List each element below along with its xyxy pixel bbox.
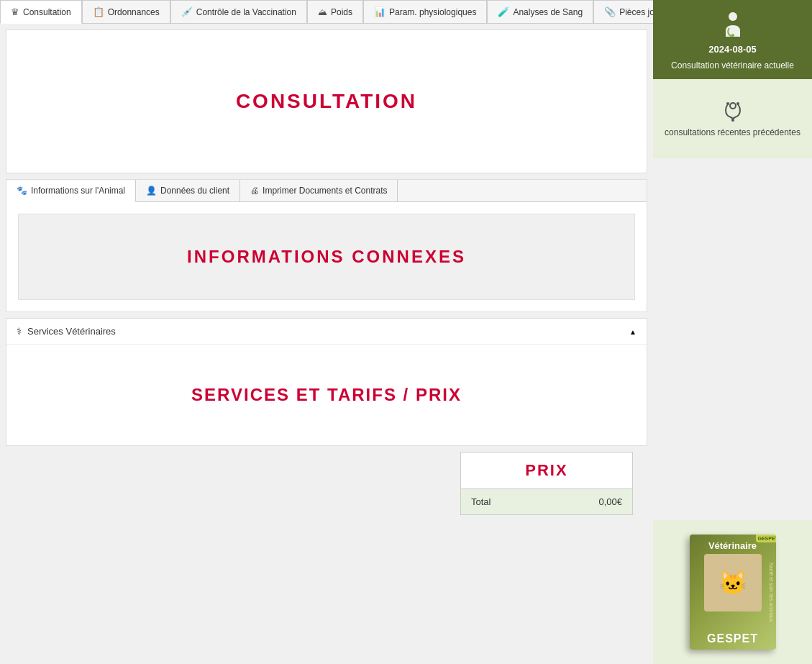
info-content-title: INFORMATIONS CONNEXES — [187, 247, 466, 267]
product-box: GESPET Vétérinaire 🐱 GESPET Santé et soi… — [690, 535, 776, 650]
tab-print-label: Imprimer Documents et Contrats — [263, 186, 387, 196]
services-icon: ⚕ — [17, 326, 22, 337]
right-sidebar: 2024-08-05 Consultation vétérinaire actu… — [653, 0, 812, 521]
consultation-title: CONSULTATION — [236, 90, 417, 113]
prix-total-row: Total 0,00€ — [461, 489, 632, 514]
sidebar-current-date: 2024-08-05 — [708, 44, 757, 55]
services-header-label: Services Vétérinaires — [27, 326, 116, 337]
tab-client-label: Données du client — [160, 186, 229, 196]
vet-icon — [719, 9, 747, 38]
animal-icon: 🐾 — [17, 186, 27, 196]
services-header[interactable]: ⚕ Services Vétérinaires — [6, 319, 647, 345]
sidebar-recent-consultations[interactable]: consultations récentes précédentes — [653, 79, 812, 158]
svg-point-0 — [729, 12, 737, 21]
tab-poids-label: Poids — [331, 7, 352, 17]
blood-tab-icon: 🧪 — [498, 6, 509, 17]
prix-total-value: 0,00€ — [598, 496, 622, 507]
vaccine-tab-icon: 💉 — [181, 6, 193, 17]
info-content: INFORMATIONS CONNEXES — [18, 214, 635, 300]
product-brand: GESPET — [707, 632, 758, 645]
product-bottom: GESPET — [707, 632, 758, 645]
attach-tab-icon: 📎 — [604, 6, 616, 17]
product-cat-image: 🐱 — [704, 554, 762, 611]
tab-animal[interactable]: 🐾 Informations sur l'Animal — [6, 180, 136, 202]
tab-ordonnances-label: Ordonnances — [108, 7, 160, 17]
services-title: SERVICES ET TARIFS / PRIX — [191, 385, 462, 405]
physio-tab-icon: 📊 — [374, 6, 386, 17]
product-name: Vétérinaire — [708, 540, 757, 551]
gespet-product-area: GESPET Vétérinaire 🐱 GESPET Santé et soi… — [653, 520, 812, 664]
stethoscope-tab-icon: ♛ — [11, 6, 19, 17]
print-icon: 🖨 — [250, 186, 259, 196]
tab-sang-label: Analyses de Sang — [513, 7, 583, 17]
tab-sang[interactable]: 🧪 Analyses de Sang — [487, 0, 593, 23]
prix-total-label: Total — [471, 496, 491, 507]
info-tab-bar: 🐾 Informations sur l'Animal 👤 Données du… — [6, 180, 647, 202]
sidebar-current-label: Consultation vétérinaire actuelle — [671, 60, 794, 71]
tab-vaccination[interactable]: 💉 Contrôle de la Vaccination — [170, 0, 307, 23]
tab-ordonnances[interactable]: 📋 Ordonnances — [82, 0, 170, 23]
client-icon: 👤 — [146, 186, 157, 196]
chevron-up-icon — [629, 326, 637, 337]
tab-client[interactable]: 👤 Données du client — [136, 180, 240, 201]
weight-tab-icon: ⛰ — [318, 6, 327, 17]
top-tab-bar: ♛ Consultation 📋 Ordonnances 💉 Contrôle … — [0, 0, 653, 24]
prix-header: PRIX — [461, 452, 632, 489]
tab-consultation[interactable]: ♛ Consultation — [0, 0, 82, 24]
tab-print[interactable]: 🖨 Imprimer Documents et Contrats — [240, 180, 398, 201]
svg-point-2 — [730, 103, 736, 109]
sidebar-recent-label: consultations récentes précédentes — [665, 127, 800, 137]
prix-box: PRIX Total 0,00€ — [460, 452, 633, 515]
prix-title: PRIX — [470, 461, 624, 480]
svg-point-4 — [726, 102, 729, 105]
tab-physiologiques-label: Param. physiologiques — [389, 7, 476, 17]
sidebar-current-consultation[interactable]: 2024-08-05 Consultation vétérinaire actu… — [653, 0, 812, 79]
svg-point-5 — [736, 102, 739, 105]
tab-animal-label: Informations sur l'Animal — [31, 186, 125, 196]
svg-point-3 — [731, 119, 734, 122]
product-tagline: Santé et soin des animaux — [769, 542, 774, 642]
svg-point-1 — [731, 34, 734, 37]
services-content: SERVICES ET TARIFS / PRIX — [6, 345, 647, 445]
info-panel: 🐾 Informations sur l'Animal 👤 Données du… — [6, 179, 647, 312]
prescription-tab-icon: 📋 — [93, 6, 104, 17]
stethoscope-icon — [722, 100, 744, 122]
tab-poids[interactable]: ⛰ Poids — [307, 0, 363, 23]
consultation-panel: CONSULTATION — [6, 29, 647, 173]
services-panel: ⚕ Services Vétérinaires SERVICES ET TARI… — [6, 318, 647, 446]
tab-consultation-label: Consultation — [23, 7, 71, 17]
services-header-left: ⚕ Services Vétérinaires — [17, 326, 116, 337]
tab-physiologiques[interactable]: 📊 Param. physiologiques — [363, 0, 487, 23]
tab-vaccination-label: Contrôle de la Vaccination — [196, 7, 296, 17]
